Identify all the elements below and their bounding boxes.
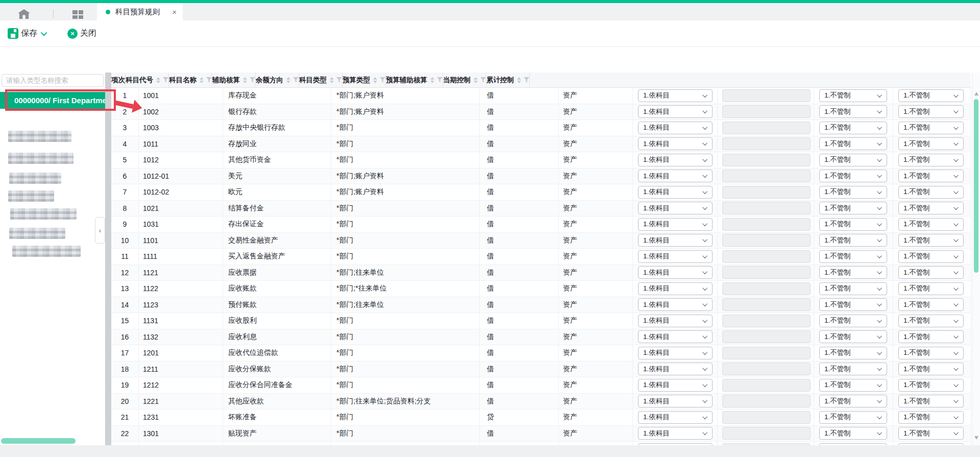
- sort-icon[interactable]: [243, 77, 247, 83]
- table-row[interactable]: 12 1121 应收票据 *部门;往来单位 借 资产 1.依科目 1: [111, 265, 971, 281]
- tab-close-icon[interactable]: ×: [172, 8, 177, 16]
- table-row[interactable]: 3 1003 存放中央银行存款 *部门 借 资产 1.依科目 1.不: [111, 120, 971, 136]
- table-row[interactable]: 5 1012 其他货币资金 *部门 借 资产 1.依科目 1.不管制: [111, 152, 971, 169]
- row-budget-type-select[interactable]: 1.依科目: [638, 122, 713, 134]
- row-cumulative-control-select[interactable]: 1.不管制: [898, 347, 964, 359]
- vscroll-thumb[interactable]: [974, 99, 978, 273]
- row-cumulative-control-select[interactable]: 1.不管制: [898, 137, 964, 150]
- row-budget-type-select[interactable]: 1.依科目: [638, 250, 713, 263]
- row-cumulative-control-select[interactable]: 1.不管制: [898, 154, 964, 166]
- row-current-control-select[interactable]: 1.不管制: [819, 330, 887, 343]
- table-row[interactable]: 10 1101 交易性金融资产 *部门 借 资产 1.依科目 1.不: [111, 233, 971, 249]
- table-row[interactable]: 1 1001 库存现金 *部门;账户资料 借 资产 1.依科目 1.: [111, 88, 971, 104]
- row-cumulative-control-select[interactable]: 1.不管制: [898, 89, 964, 102]
- row-budget-type-select[interactable]: 1.依科目: [638, 218, 713, 231]
- table-row[interactable]: [111, 442, 971, 445]
- row-current-control-select[interactable]: 1.不管制: [819, 282, 887, 295]
- row-budget-type-select[interactable]: 1.依科目: [638, 330, 713, 343]
- sidebar-item-redacted[interactable]: [10, 208, 77, 220]
- table-row[interactable]: 17 1201 应收代位追偿款 *部门 借 资产 1.依科目 1.不: [111, 345, 971, 362]
- sort-icon[interactable]: [517, 77, 521, 83]
- table-vscrollbar[interactable]: [972, 73, 980, 445]
- filter-funnel-icon[interactable]: [206, 77, 212, 83]
- sort-icon[interactable]: [430, 77, 434, 83]
- table-header-cell[interactable]: 余额方向: [256, 73, 299, 87]
- table-header-cell[interactable]: 科目类型: [299, 73, 342, 87]
- filter-funnel-icon[interactable]: [250, 77, 255, 83]
- table-row[interactable]: 20 1221 其他应收款 *部门;往来单位;货品资料;分支 借 资产 1.依科…: [111, 394, 971, 410]
- row-current-control-select[interactable]: 1.不管制: [819, 234, 887, 247]
- table-header-cell[interactable]: 科目名称: [169, 73, 212, 87]
- sidebar-item-redacted[interactable]: [8, 190, 54, 202]
- row-current-control-select[interactable]: 1.不管制: [819, 186, 887, 199]
- row-cumulative-control-select[interactable]: 1.不管制: [898, 395, 964, 407]
- table-row[interactable]: 7 1012-02 欧元 *部门;账户资料 借 资产 1.依科目 1: [111, 184, 971, 201]
- table-header-cell[interactable]: 科目代号: [126, 73, 169, 87]
- table-row[interactable]: 13 1122 应收账款 *部门;*往来单位 借 资产 1.依科目: [111, 281, 971, 297]
- table-row[interactable]: 2 1002 银行存款 *部门;账户资料 借 资产 1.依科目 1.: [111, 104, 971, 121]
- sidebar-search-input[interactable]: [2, 74, 104, 87]
- row-current-control-select[interactable]: 1.不管制: [819, 170, 887, 182]
- row-current-control-select[interactable]: 1.不管制: [819, 347, 887, 359]
- row-budget-type-select[interactable]: 1.依科目: [638, 202, 713, 214]
- row-budget-type-select[interactable]: 1.依科目: [638, 363, 713, 375]
- table-row[interactable]: 15 1131 应收股利 *部门 借 资产 1.依科目 1.不管制: [111, 313, 971, 329]
- row-cumulative-control-select[interactable]: 1.不管制: [898, 122, 964, 134]
- row-current-control-select[interactable]: 1.不管制: [819, 363, 887, 375]
- row-current-control-select[interactable]: 1.不管制: [819, 202, 887, 214]
- table-header-cell[interactable]: 辅助核算: [212, 73, 256, 87]
- row-budget-type-select[interactable]: 1.依科目: [638, 282, 713, 295]
- table-header-cell[interactable]: 项次: [111, 73, 126, 87]
- row-cumulative-control-select[interactable]: 1.不管制: [898, 411, 964, 424]
- table-row[interactable]: 4 1011 存放同业 *部门 借 资产 1.依科目 1.不管制: [111, 136, 971, 153]
- row-cumulative-control-select[interactable]: 1.不管制: [898, 250, 964, 263]
- close-button[interactable]: × 关闭: [67, 28, 96, 39]
- sort-icon[interactable]: [156, 77, 160, 83]
- row-current-control-select[interactable]: 1.不管制: [819, 298, 887, 311]
- row-current-control-select[interactable]: 1.不管制: [819, 379, 887, 392]
- row-cumulative-control-select[interactable]: 1.不管制: [898, 427, 964, 440]
- sort-icon[interactable]: [286, 77, 290, 83]
- row-budget-type-select[interactable]: 1.依科目: [638, 170, 713, 182]
- row-current-control-select[interactable]: 1.不管制: [819, 89, 887, 102]
- table-row[interactable]: 14 1123 预付账款 *部门;往来单位 借 资产 1.依科目 1: [111, 297, 971, 314]
- row-cumulative-control-select[interactable]: 1.不管制: [898, 170, 964, 182]
- row-current-control-select[interactable]: 1.不管制: [819, 266, 887, 279]
- row-budget-type-select[interactable]: 1.依科目: [638, 89, 713, 102]
- row-cumulative-control-select[interactable]: 1.不管制: [898, 234, 964, 247]
- table-row[interactable]: 6 1012-01 美元 *部门;账户资料 借 资产 1.依科目 1: [111, 169, 971, 185]
- sidebar-item-redacted[interactable]: [9, 173, 61, 184]
- table-header-cell[interactable]: 预算辅助核算: [386, 73, 443, 87]
- table-row[interactable]: 19 1212 应收分保合同准备金 *部门 借 资产 1.依科目 1: [111, 377, 971, 394]
- row-cumulative-control-select[interactable]: 1.不管制: [898, 298, 964, 311]
- filter-funnel-icon[interactable]: [293, 77, 299, 83]
- row-budget-type-select[interactable]: 1.依科目: [638, 298, 713, 311]
- table-row[interactable]: 16 1132 应收利息 *部门 借 资产 1.依科目 1.不管制: [111, 329, 971, 346]
- row-current-control-select[interactable]: 1.不管制: [819, 105, 887, 118]
- row-budget-type-select[interactable]: 1.依科目: [638, 154, 713, 166]
- sidebar-item-selected[interactable]: 00000000/ First Department: [0, 92, 105, 109]
- row-current-control-select[interactable]: 1.不管制: [819, 395, 887, 407]
- row-budget-type-select[interactable]: 1.依科目: [638, 186, 713, 199]
- row-budget-type-select[interactable]: 1.依科目: [638, 379, 713, 392]
- row-cumulative-control-select[interactable]: 1.不管制: [898, 202, 964, 214]
- row-cumulative-control-select[interactable]: 1.不管制: [898, 218, 964, 231]
- row-current-control-select[interactable]: 1.不管制: [819, 137, 887, 150]
- row-cumulative-control-select[interactable]: 1.不管制: [898, 315, 964, 327]
- save-dropdown-chevron-icon[interactable]: [41, 30, 47, 36]
- save-button[interactable]: 保存: [8, 28, 47, 39]
- sort-icon[interactable]: [200, 77, 204, 83]
- row-current-control-select[interactable]: 1.不管制: [819, 427, 887, 440]
- filter-funnel-icon[interactable]: [480, 77, 486, 83]
- sidebar-item-redacted[interactable]: [8, 153, 74, 164]
- scroll-up-arrow-icon[interactable]: [974, 92, 978, 95]
- row-cumulative-control-select[interactable]: 1.不管制: [898, 105, 964, 118]
- row-cumulative-control-select[interactable]: 1.不管制: [898, 266, 964, 279]
- table-header-cell[interactable]: 累计控制: [486, 73, 530, 87]
- row-current-control-select[interactable]: 1.不管制: [819, 154, 887, 166]
- table-row[interactable]: 21 1231 坏账准备 *部门 贷 资产 1.依科目 1.不管制: [111, 410, 971, 426]
- table-row[interactable]: 9 1031 存出保证金 *部门 借 资产 1.依科目 1.不管制: [111, 217, 971, 233]
- sidebar-item-redacted[interactable]: [9, 228, 65, 239]
- sidebar-collapse-handle[interactable]: ‹: [95, 217, 105, 244]
- row-cumulative-control-select[interactable]: 1.不管制: [898, 363, 964, 375]
